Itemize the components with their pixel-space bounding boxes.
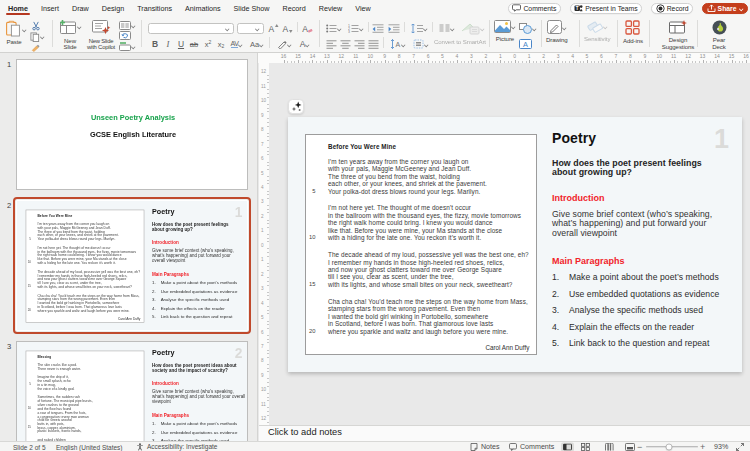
- smartart-graphic-button[interactable]: [458, 21, 486, 35]
- tab-slide-show[interactable]: Slide Show: [227, 0, 276, 16]
- align-text-button[interactable]: [410, 39, 432, 50]
- tab-design[interactable]: Design: [95, 0, 130, 16]
- tab-home[interactable]: Home: [2, 0, 35, 16]
- thumbnail-slide-preview[interactable]: Unseen Poetry AnalysisGCSE English Liter…: [16, 59, 248, 190]
- ribbon-divider: [489, 20, 490, 47]
- ribbon-divider: [319, 20, 320, 47]
- poem-line-text: I wanted the bold girl winking in Portob…: [328, 313, 488, 320]
- intro-body: Give some brief context (who’s speaking,…: [152, 248, 242, 262]
- new-slide-with-copilot-button[interactable]: New Slide with Copilot: [84, 19, 118, 51]
- normal-view-button[interactable]: [561, 442, 574, 451]
- align-right-icon[interactable]: [354, 40, 365, 49]
- shapes-button[interactable]: [517, 22, 539, 34]
- poem-text-box[interactable]: Before You Were Mine I’m ten years away …: [305, 134, 537, 355]
- share-button[interactable]: Share: [702, 3, 748, 15]
- poem-text-box[interactable]: Blessing The skin cracks like a pod.Ther…: [26, 351, 145, 441]
- poem-line-text: with its lights, and whose small bites o…: [328, 281, 513, 288]
- paste-button[interactable]: [5, 20, 27, 37]
- bullets-icon-part: [326, 28, 328, 30]
- strikethrough-button-part: ab: [190, 40, 198, 49]
- underline-button[interactable]: U: [176, 39, 186, 50]
- drawing-button[interactable]: Drawing: [546, 20, 568, 43]
- section-button[interactable]: [119, 42, 136, 51]
- grow-font-button[interactable]: A: [267, 23, 280, 34]
- line-spacing-button[interactable]: [408, 23, 430, 34]
- tab-transitions[interactable]: Transitions: [131, 0, 179, 16]
- bold-button[interactable]: B: [150, 39, 160, 50]
- tab-record[interactable]: Record: [276, 0, 312, 16]
- add-ins-button[interactable]: Add-ins: [623, 20, 643, 44]
- font-size-select[interactable]: [237, 23, 264, 34]
- thumbnail-slide-preview[interactable]: Before You Were Mine I’m ten years away …: [16, 200, 248, 331]
- columns-button[interactable]: [436, 23, 458, 34]
- new-slide-button[interactable]: New Slide: [58, 19, 82, 51]
- justify-icon[interactable]: [368, 40, 379, 49]
- reading-view-button[interactable]: [605, 443, 614, 451]
- character-spacing-button[interactable]: AV: [228, 39, 246, 50]
- main-paragraphs-heading: Main Paragraphs: [552, 256, 625, 266]
- tab-insert[interactable]: Insert: [34, 0, 65, 16]
- record-button[interactable]: Record: [651, 3, 693, 15]
- comments-button[interactable]: Comments: [508, 3, 561, 15]
- language-status[interactable]: English (United States): [56, 443, 122, 450]
- numbering-button[interactable]: 123: [346, 23, 366, 34]
- present-in-teams-button[interactable]: T Present in Teams: [570, 3, 642, 15]
- font-name-select[interactable]: [148, 23, 234, 34]
- zoom-slider-thumb[interactable]: [666, 443, 673, 450]
- copilot-sparkle-button[interactable]: [288, 99, 304, 114]
- reset-slide-icon[interactable]: [119, 31, 131, 40]
- notes-pane[interactable]: Click to add notes: [259, 425, 750, 441]
- subscript-button[interactable]: x2: [215, 39, 227, 50]
- convert-to-smartart-button[interactable]: Convert to SmartArt: [434, 39, 486, 46]
- slide-sorter-view-button[interactable]: [581, 443, 590, 451]
- add-ins-button-part: Add-ins: [623, 38, 643, 45]
- tab-view[interactable]: View: [349, 0, 377, 16]
- thumbnail-slide-preview[interactable]: Blessing The skin cracks like a pod.Ther…: [16, 341, 248, 441]
- notes-toggle[interactable]: Notes: [470, 443, 500, 451]
- tab-animations[interactable]: Animations: [179, 0, 228, 16]
- decrease-indent-icon[interactable]: [372, 24, 384, 33]
- poem-text-box[interactable]: Before You Were Mine I’m ten years away …: [26, 210, 145, 323]
- current-slide[interactable]: Before You Were Mine I’m ten years away …: [288, 117, 742, 372]
- change-case-button[interactable]: Aa: [248, 39, 266, 50]
- font-color-button[interactable]: A: [296, 39, 314, 50]
- comments-toggle[interactable]: Comments: [509, 443, 554, 451]
- slide-text-content[interactable]: Poetry How does the poet present ideas a…: [152, 342, 242, 441]
- align-center-icon[interactable]: [340, 40, 351, 49]
- picture-button[interactable]: Picture: [494, 20, 516, 43]
- italic-button[interactable]: I: [163, 39, 173, 50]
- tab-review[interactable]: Review: [312, 0, 349, 16]
- copy-button[interactable]: [30, 32, 45, 42]
- poem-line-text: Your polka-dot dress blows round your le…: [37, 237, 115, 241]
- accessibility-status[interactable]: Accessibility: Investigate: [136, 443, 217, 451]
- cut-icon[interactable]: [31, 21, 41, 31]
- superscript-button[interactable]: x2: [202, 39, 214, 50]
- align-left-icon[interactable]: [326, 40, 337, 49]
- tab-draw[interactable]: Draw: [65, 0, 95, 16]
- increase-indent-icon[interactable]: [388, 24, 400, 33]
- text-box-icon[interactable]: A: [519, 39, 532, 49]
- zoom-in-button[interactable]: +: [700, 442, 705, 451]
- zoom-level[interactable]: 93%: [714, 443, 728, 451]
- pear-deck-label: Pear Deck: [707, 37, 731, 51]
- paste-icon-part: [11, 25, 19, 36]
- slide-text-content[interactable]: Poetry How does the poet present feeling…: [552, 117, 729, 372]
- clear-formatting-button[interactable]: A: [301, 23, 314, 34]
- fit-slide-button[interactable]: [736, 443, 744, 451]
- slide-layout-button[interactable]: [119, 21, 136, 30]
- pear-deck-button[interactable]: Pear Deck: [701, 20, 737, 51]
- zoom-out-button[interactable]: −: [637, 442, 642, 451]
- sensitivity-button[interactable]: Sensitivity: [584, 20, 610, 42]
- shapes-chevron-icon: [532, 27, 537, 30]
- slide-text-content[interactable]: Poetry How does the poet present feeling…: [152, 201, 242, 331]
- shrink-font-button[interactable]: A: [281, 23, 294, 34]
- share-icon-part: [709, 5, 712, 10]
- strikethrough-button[interactable]: ab: [188, 39, 200, 50]
- slideshow-view-button[interactable]: [625, 443, 635, 451]
- text-direction-button[interactable]: A: [387, 39, 409, 50]
- format-painter-icon[interactable]: [31, 43, 40, 52]
- bullets-button[interactable]: [324, 23, 344, 34]
- design-suggestions-button[interactable]: Design Suggestions: [656, 20, 700, 51]
- highlight-color-button[interactable]: [274, 39, 294, 50]
- align-text-chevron-icon: [424, 43, 429, 46]
